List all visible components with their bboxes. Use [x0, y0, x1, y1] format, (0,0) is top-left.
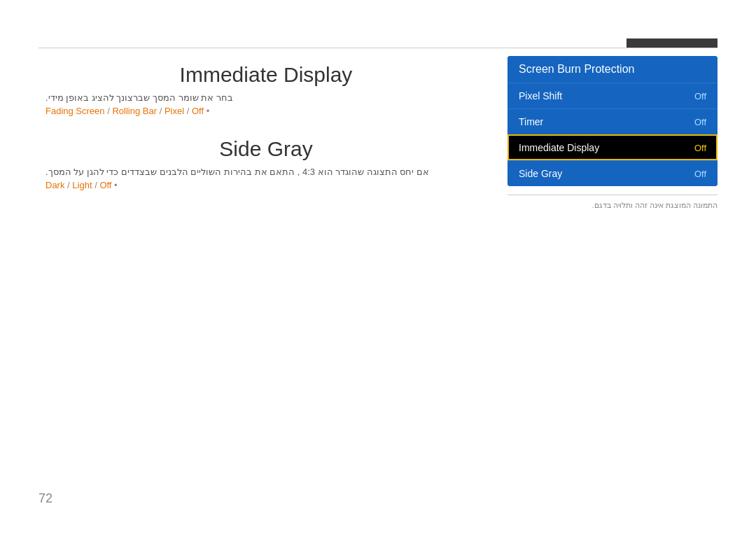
section1-links: Fading Screen / Rolling Bar / Pixel / Of…: [46, 106, 209, 116]
timer-label: Timer: [519, 116, 543, 127]
section2-title: Side Gray: [46, 137, 486, 161]
separator2: /: [160, 106, 164, 116]
dark-link[interactable]: Dark: [46, 180, 64, 190]
left-content: Immediate Display בחר את שומר המסך שברצו…: [38, 56, 507, 492]
pixel-shift-label: Pixel Shift: [519, 90, 562, 101]
rolling-bar-link[interactable]: Rolling Bar: [112, 106, 157, 116]
separator3: /: [187, 106, 192, 116]
section2-links: Dark / Light / Off •: [46, 180, 118, 190]
top-line: [38, 48, 718, 48]
main-content: Immediate Display בחר את שומר המסך שברצו…: [38, 56, 718, 492]
right-panel: Screen Burn Protection Pixel Shift Off T…: [507, 56, 718, 492]
immediate-display-value: Off: [694, 143, 706, 153]
separator4: •: [206, 106, 210, 116]
section1-description: בחר את שומר המסך שברצונך להציג באופן מיד…: [46, 92, 233, 103]
section2-description: אם יחס התצוגה שהוגדר הוא 4:3 , התאם את ב…: [46, 167, 429, 177]
pixel-shift-value: Off: [694, 91, 706, 101]
separator7: •: [114, 180, 118, 190]
side-gray-value: Off: [694, 169, 706, 179]
panel-item-side-gray[interactable]: Side Gray Off: [507, 160, 718, 186]
section1-title: Immediate Display: [46, 63, 486, 87]
pixel-link[interactable]: Pixel: [164, 106, 184, 116]
immediate-display-label: Immediate Display: [519, 142, 599, 153]
panel-header: Screen Burn Protection: [507, 56, 718, 83]
timer-value: Off: [694, 117, 706, 127]
panel-box: Screen Burn Protection Pixel Shift Off T…: [507, 56, 718, 186]
top-bar-right: [626, 38, 718, 48]
side-gray-label: Side Gray: [519, 168, 562, 179]
light-link[interactable]: Light: [72, 180, 92, 190]
off-link2[interactable]: Off: [99, 180, 111, 190]
panel-item-pixel-shift[interactable]: Pixel Shift Off: [507, 83, 718, 108]
off-link1[interactable]: Off: [192, 106, 204, 116]
page-number: 72: [38, 491, 52, 506]
panel-item-timer[interactable]: Timer Off: [507, 108, 718, 134]
fading-screen-link[interactable]: Fading Screen: [46, 106, 105, 116]
footnote: התמונה המוצגת אינה זהה ותלויה בדגם.: [507, 195, 718, 210]
panel-item-immediate-display[interactable]: Immediate Display Off: [507, 134, 718, 160]
